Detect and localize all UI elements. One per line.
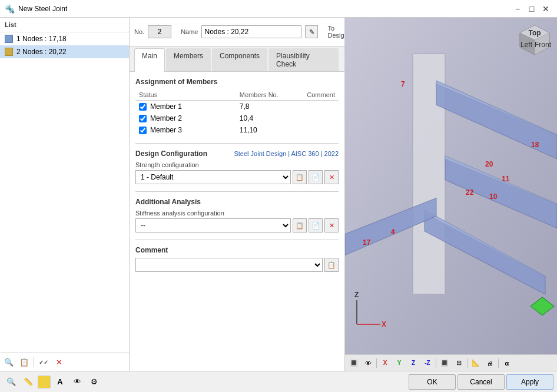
vt-btn-box[interactable]: 🔳	[438, 357, 451, 370]
bt-measure-button[interactable]: 📏	[21, 374, 36, 390]
svg-text:X: X	[382, 320, 386, 328]
list-item-label-2: 2 Nodes : 20,22	[16, 48, 67, 56]
strength-select[interactable]: 1 - Default	[135, 170, 291, 184]
member-1-no: 7,8	[236, 101, 304, 113]
bt-settings-button[interactable]: ⚙	[87, 374, 102, 390]
additional-analysis-title: Additional Analysis	[135, 198, 339, 206]
no-value: 2	[148, 25, 171, 38]
list-item-1[interactable]: 1 Nodes : 17,18	[0, 32, 129, 45]
bt-eye-button[interactable]: 👁	[69, 374, 85, 390]
tab-main[interactable]: Main	[134, 48, 165, 72]
maximize-button[interactable]: □	[525, 2, 538, 15]
member-1-checkbox[interactable]	[139, 103, 147, 111]
member-1-cell: Member 1	[135, 101, 236, 113]
list-search-button[interactable]: 🔍	[2, 355, 16, 369]
viewport-toolbar: 🔳 👁 X Y Z -Z 🔳 ⊞ 📐 🖨 α	[345, 354, 557, 371]
svg-text:4: 4	[391, 228, 395, 236]
vt-btn-grid[interactable]: ⊞	[452, 357, 465, 370]
vt-btn-print[interactable]: 🖨	[483, 357, 496, 370]
design-config-title: Design Configuration	[135, 150, 207, 158]
design-config-section: Design Configuration Steel Joint Design …	[135, 150, 339, 184]
to-design-label: To Design	[327, 25, 345, 39]
list-delete-button[interactable]: ✕	[52, 355, 66, 369]
vt-btn-eye[interactable]: 👁	[362, 357, 374, 370]
ok-button[interactable]: OK	[409, 374, 456, 390]
comment-select[interactable]	[135, 258, 323, 272]
structure-svg: X Z 7 18 20 11 22 10 17 4	[345, 18, 557, 354]
member-2-cell: Member 2	[135, 112, 236, 124]
list-icon-blue-1	[5, 35, 13, 43]
name-input[interactable]	[201, 25, 301, 38]
vt-btn-z[interactable]: Z	[407, 357, 420, 370]
col-members-no: Members No.	[236, 89, 304, 101]
member-3-label: Member 3	[150, 126, 182, 134]
stiffness-btn-2[interactable]: 📄	[309, 218, 323, 232]
vt-btn-alpha[interactable]: α	[500, 357, 513, 370]
comment-title: Comment	[135, 246, 339, 254]
list-copy-button[interactable]: 📋	[17, 355, 31, 369]
strength-btn-2[interactable]: 📄	[309, 170, 323, 184]
svg-text:20: 20	[485, 160, 493, 168]
vt-btn-view[interactable]: 🔳	[347, 357, 360, 370]
stiffness-label: Stiffness analysis configuration	[135, 210, 339, 217]
vt-btn-measure[interactable]: 📐	[469, 357, 482, 370]
list-check-button[interactable]: ✓✓	[37, 355, 51, 369]
cube-navigator[interactable]: Top Left Front	[517, 22, 552, 58]
main-container: List 1 Nodes : 17,18 2 Nodes : 20,22 🔍 📋…	[0, 18, 557, 392]
viewport: X Z 7 18 20 11 22 10 17 4	[345, 18, 557, 371]
svg-text:10: 10	[489, 192, 498, 201]
member-1-comment	[303, 101, 339, 113]
col-status: Status	[135, 89, 236, 101]
comment-copy-button[interactable]: 📋	[324, 258, 339, 272]
tab-members[interactable]: Members	[166, 48, 211, 71]
list-toolbar-sep-1	[34, 357, 34, 367]
assignment-title: Assignment of Members	[135, 78, 339, 86]
strength-config-row: Strength configuration 1 - Default 📋 📄 ✕	[135, 161, 339, 184]
vt-sep-1	[376, 358, 377, 368]
strength-input-row: 1 - Default 📋 📄 ✕	[135, 170, 339, 184]
titlebar-left: 🔩 New Steel Joint	[5, 4, 67, 14]
bt-search-button[interactable]: 🔍	[4, 374, 19, 390]
divider-2	[135, 191, 339, 192]
tab-content-main: Assignment of Members Status Members No.…	[130, 72, 344, 371]
col-comment: Comment	[303, 89, 339, 101]
viewport-canvas[interactable]: X Z 7 18 20 11 22 10 17 4	[345, 18, 557, 354]
stiffness-select[interactable]: --	[135, 218, 291, 232]
cancel-button[interactable]: Cancel	[457, 374, 505, 390]
stiffness-input-row: -- 📋 📄 ✕	[135, 218, 339, 232]
bt-text-button[interactable]: A	[52, 374, 68, 390]
stiffness-btn-1[interactable]: 📋	[293, 218, 307, 232]
stiffness-btn-3[interactable]: ✕	[324, 218, 339, 232]
member-3-comment	[303, 124, 339, 136]
tab-plausibility[interactable]: Plausibility Check	[268, 48, 339, 71]
bt-color-button[interactable]	[38, 376, 51, 388]
list-toolbar: 🔍 📋 ✓✓ ✕	[0, 353, 129, 371]
apply-button[interactable]: Apply	[506, 374, 553, 390]
minimize-button[interactable]: −	[511, 2, 524, 15]
vt-sep-2	[436, 358, 436, 368]
vt-sep-4	[498, 358, 499, 368]
list-item-2[interactable]: 2 Nodes : 20,22	[0, 45, 129, 58]
member-3-checkbox[interactable]	[139, 127, 147, 134]
name-edit-button[interactable]: ✎	[305, 25, 318, 38]
close-button[interactable]: ✕	[539, 2, 552, 15]
titlebar: 🔩 New Steel Joint − □ ✕	[0, 0, 557, 18]
member-2-checkbox[interactable]	[139, 115, 147, 122]
tab-components[interactable]: Components	[212, 48, 267, 71]
vt-btn-y[interactable]: Y	[393, 357, 406, 370]
svg-text:17: 17	[363, 238, 371, 247]
svg-text:11: 11	[502, 175, 510, 183]
member-3-cell: Member 3	[135, 124, 236, 136]
additional-analysis-section: Additional Analysis Stiffness analysis c…	[135, 198, 339, 232]
strength-btn-1[interactable]: 📋	[293, 170, 307, 184]
list-icon-yellow-2	[5, 48, 13, 56]
vt-btn-x[interactable]: X	[379, 357, 392, 370]
svg-text:7: 7	[401, 80, 405, 88]
left-panel: List 1 Nodes : 17,18 2 Nodes : 20,22 🔍 📋…	[0, 18, 130, 371]
svg-rect-0	[345, 18, 557, 354]
assignment-section: Assignment of Members Status Members No.…	[135, 78, 339, 136]
tabs-bar: Main Members Components Plausibility Che…	[130, 46, 344, 72]
strength-btn-3[interactable]: ✕	[324, 170, 339, 184]
vt-btn-nz[interactable]: -Z	[421, 357, 434, 370]
svg-text:Left: Left	[520, 41, 533, 49]
